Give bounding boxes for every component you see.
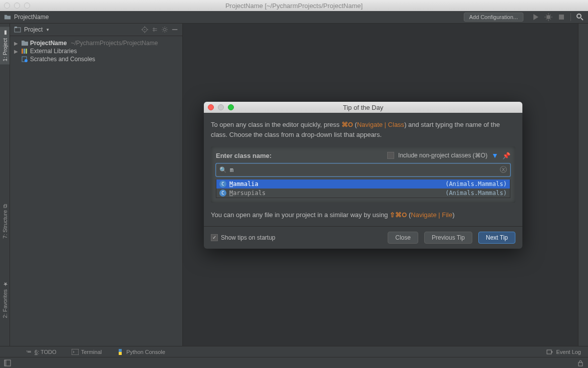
- search-result-row[interactable]: CMarsupials(Animals.Mammals): [216, 189, 510, 198]
- svg-rect-14: [72, 349, 79, 355]
- svg-point-7: [163, 28, 166, 31]
- tab-pyconsole-label: Python Console: [126, 349, 165, 355]
- rail-label-structure: 7: Structure: [2, 210, 8, 239]
- tab-terminal[interactable]: Terminal: [69, 348, 105, 356]
- close-button[interactable]: Close: [388, 232, 418, 244]
- project-panel-title[interactable]: Project: [24, 26, 43, 33]
- tip1-nav: Navigate | Class: [357, 121, 404, 128]
- tip2-nav: Navigate | File: [411, 211, 452, 219]
- svg-rect-4: [15, 27, 17, 28]
- tip2-kbd: ⇧⌘O: [390, 211, 407, 219]
- tree-ext-libs-label: External Libraries: [30, 48, 77, 55]
- class-icon: C: [219, 180, 226, 188]
- svg-rect-15: [547, 350, 551, 354]
- lock-icon[interactable]: [577, 359, 584, 366]
- svg-rect-3: [15, 28, 21, 32]
- svg-point-13: [25, 59, 28, 62]
- dialog-min-icon: [218, 104, 224, 110]
- svg-rect-18: [578, 362, 582, 366]
- dialog-footer: ✓ Show tips on startup Close Previous Ti…: [204, 226, 522, 249]
- svg-rect-10: [24, 49, 25, 54]
- tip-of-the-day-dialog: Tip of the Day To open any class in the …: [204, 102, 522, 249]
- search-result-row[interactable]: CMammalia(Animals.Mammals): [216, 179, 510, 189]
- pin-icon[interactable]: 📌: [502, 152, 510, 159]
- tip1-kbd: ⌘O: [342, 121, 353, 128]
- svg-rect-11: [26, 49, 27, 54]
- navbar: ProjectName Add Configuration...: [0, 11, 588, 24]
- rail-tab-favorites[interactable]: 2: Favorites ★: [0, 278, 10, 321]
- library-icon: [21, 48, 28, 54]
- event-log-icon: [546, 349, 553, 355]
- locate-icon[interactable]: [141, 26, 148, 33]
- structure-icon: ⧉: [2, 204, 8, 208]
- tool-windows-toggle-icon[interactable]: [4, 359, 11, 366]
- tab-event-log[interactable]: Event Log: [543, 348, 584, 356]
- svg-rect-9: [22, 49, 23, 54]
- tree-row-ext-libs[interactable]: ▶ External Libraries: [12, 47, 180, 55]
- tab-python-console[interactable]: Python Console: [114, 347, 168, 356]
- folder-icon: [21, 40, 28, 46]
- next-tip-button[interactable]: Next Tip: [478, 232, 515, 244]
- status-bar: [0, 357, 588, 368]
- svg-rect-8: [172, 29, 178, 30]
- traffic-zoom[interactable]: [24, 3, 30, 9]
- search-icon: 🔍: [219, 166, 227, 173]
- scratches-icon: [21, 56, 28, 62]
- tip2-a: You can open any file in your project in…: [211, 211, 390, 219]
- project-tree[interactable]: ▶ ProjectName ~/PycharmProjects/ProjectN…: [10, 36, 182, 66]
- filter-icon[interactable]: ▼: [491, 151, 498, 159]
- dialog-zoom-icon[interactable]: [228, 104, 234, 110]
- svg-point-2: [577, 14, 581, 18]
- bottom-tool-tabs: ≔ 6: TODO Terminal Python Console Event …: [0, 346, 588, 357]
- tab-terminal-label: Terminal: [81, 349, 102, 355]
- checkbox-checked-icon: ✓: [211, 234, 218, 241]
- traffic-minimize[interactable]: [14, 3, 20, 9]
- tree-root-path: ~/PycharmProjects/ProjectName: [71, 40, 158, 47]
- window-title: ProjectName [~/PycharmProjects/ProjectNa…: [0, 2, 588, 10]
- search-input[interactable]: [230, 166, 497, 173]
- gear-icon[interactable]: [161, 26, 168, 33]
- hide-icon[interactable]: [171, 26, 178, 33]
- goto-class-popup: Enter class name: Include non-project cl…: [211, 146, 515, 203]
- tip1-b: (: [353, 121, 357, 128]
- previous-tip-button[interactable]: Previous Tip: [424, 232, 472, 244]
- folder-icon: ▮: [2, 30, 8, 36]
- class-icon: C: [219, 190, 226, 197]
- add-configuration-button[interactable]: Add Configuration...: [464, 13, 523, 22]
- expand-all-icon[interactable]: [151, 26, 158, 33]
- terminal-icon: [72, 349, 79, 355]
- project-panel-header: Project ▼: [10, 24, 182, 36]
- dialog-close-icon[interactable]: [208, 104, 214, 110]
- search-everywhere-icon[interactable]: [576, 13, 584, 21]
- svg-rect-1: [559, 15, 564, 20]
- include-nonproject-checkbox[interactable]: [387, 152, 394, 159]
- chevron-down-icon[interactable]: ▼: [46, 28, 50, 32]
- tree-row-root[interactable]: ▶ ProjectName ~/PycharmProjects/ProjectN…: [12, 39, 180, 47]
- show-tips-label: Show tips on startup: [221, 234, 275, 241]
- clear-icon[interactable]: ⓧ: [500, 165, 507, 174]
- dialog-titlebar[interactable]: Tip of the Day: [204, 102, 522, 113]
- tree-row-scratches[interactable]: Scratches and Consoles: [12, 55, 180, 63]
- rail-label-favorites: 2: Favorites: [2, 289, 8, 318]
- tab-todo[interactable]: ≔ 6: TODO: [23, 347, 60, 356]
- tip-text-2: You can open any file in your project in…: [211, 210, 515, 220]
- tree-scratches-label: Scratches and Consoles: [30, 56, 95, 63]
- rail-label-project: 1: Project: [2, 38, 8, 61]
- tree-root-name: ProjectName: [30, 40, 67, 47]
- rail-tab-structure[interactable]: 7: Structure ⧉: [1, 201, 10, 242]
- breadcrumb-project[interactable]: ProjectName: [14, 14, 49, 21]
- include-nonproject-label: Include non-project classes (⌘O): [398, 152, 487, 159]
- run-icon[interactable]: [531, 13, 539, 21]
- chevron-right-icon[interactable]: ▶: [14, 41, 19, 46]
- project-tool-window: Project ▼ ▶ ProjectName ~/PycharmProject…: [10, 24, 183, 346]
- dialog-title: Tip of the Day: [204, 104, 522, 111]
- show-tips-checkbox[interactable]: ✓ Show tips on startup: [211, 234, 275, 241]
- stop-icon[interactable]: [557, 13, 565, 21]
- traffic-close[interactable]: [4, 3, 10, 9]
- search-input-wrap[interactable]: 🔍 ⓧ: [216, 163, 510, 176]
- python-icon: [117, 348, 124, 355]
- debug-icon[interactable]: [544, 13, 552, 21]
- chevron-right-icon[interactable]: ▶: [14, 49, 19, 54]
- search-results: CMammalia(Animals.Mammals)CMarsupials(An…: [216, 179, 510, 198]
- rail-tab-project[interactable]: 1: Project ▮: [0, 27, 10, 64]
